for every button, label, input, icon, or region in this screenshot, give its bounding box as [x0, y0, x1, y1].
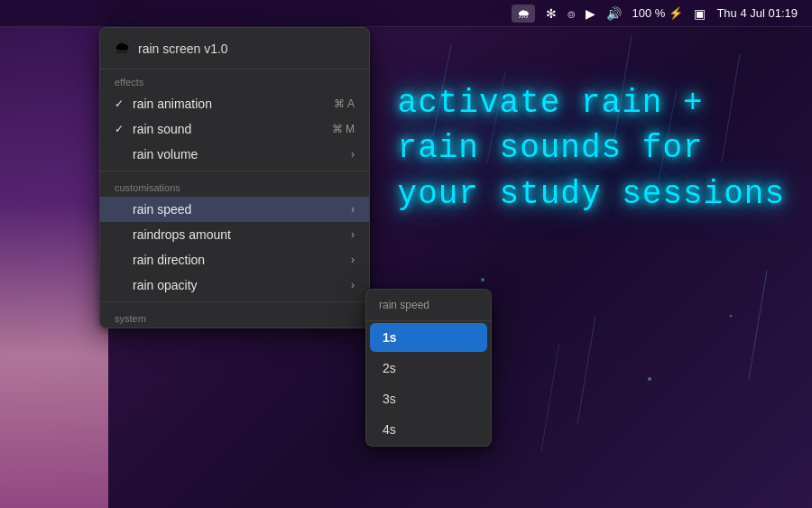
bluetooth-icon[interactable]: ✻: [546, 6, 557, 21]
datetime-display: Thu 4 Jul 01:19: [716, 6, 798, 20]
rain-direction-chevron: ›: [351, 254, 355, 266]
raindrops-amount-label: raindrops amount: [133, 227, 351, 242]
raindrops-amount-chevron: ›: [351, 228, 355, 241]
menubar: 🌧 ✻ ⌾ ▶ 🔊 100 % ⚡ ▣ Thu 4 Jul 01:19: [0, 0, 812, 27]
bg-left-panel: [0, 0, 108, 508]
rain-speed-chevron: ›: [351, 203, 355, 216]
menu-item-rain-sound[interactable]: ✓ rain sound ⌘ M: [100, 116, 369, 142]
battery-percent-label: 100 %: [632, 6, 666, 20]
submenu-option-1s[interactable]: 1s: [370, 323, 487, 352]
menu-item-rain-speed[interactable]: ✓ rain speed ›: [100, 197, 369, 222]
rain-sound-label: rain sound: [133, 122, 332, 136]
check-rain-sound: ✓: [115, 123, 125, 135]
menu-title: rain screen v1.0: [138, 42, 228, 56]
rain-speed-label: rain speed: [133, 202, 351, 217]
wifi-icon[interactable]: ⌾: [567, 6, 575, 21]
display-icon[interactable]: ▣: [694, 6, 706, 21]
rain-speed-submenu: rain speed 1s 2s 3s 4s: [365, 289, 492, 447]
section-label-customisations: customisations: [100, 175, 369, 197]
rain-volume-label: rain volume: [133, 147, 351, 162]
rain-opacity-chevron: ›: [351, 279, 355, 291]
submenu-header: rain speed: [366, 290, 491, 321]
battery-indicator: 100 % ⚡: [632, 6, 684, 20]
menu-divider-1: [100, 171, 369, 171]
menu-item-rain-direction[interactable]: ✓ rain direction ›: [100, 247, 369, 272]
menu-header: 🌧 rain screen v1.0: [100, 28, 369, 69]
rain-volume-chevron: ›: [351, 148, 355, 161]
rain-sound-shortcut: ⌘ M: [332, 123, 355, 135]
submenu-option-2s[interactable]: 2s: [370, 354, 487, 383]
rain-app-icon[interactable]: 🌧: [512, 5, 535, 23]
submenu-option-3s[interactable]: 3s: [370, 384, 487, 413]
menubar-right: 🌧 ✻ ⌾ ▶ 🔊 100 % ⚡ ▣ Thu 4 Jul 01:19: [512, 5, 798, 23]
rain-animation-shortcut: ⌘ A: [334, 97, 355, 110]
menu-item-rain-volume[interactable]: ✓ rain volume ›: [100, 142, 369, 167]
menu-app-icon: 🌧: [115, 39, 131, 58]
menu-divider-2: [100, 301, 369, 302]
volume-icon[interactable]: 🔊: [606, 6, 622, 21]
menu-item-rain-animation[interactable]: ✓ rain animation ⌘ A: [100, 91, 369, 116]
submenu-option-4s[interactable]: 4s: [370, 415, 487, 444]
section-label-system: system: [100, 306, 369, 328]
section-label-effects: effects: [100, 69, 369, 91]
neon-headline: activate rain + rain sounds for your stu…: [398, 81, 785, 217]
rain-opacity-label: rain opacity: [133, 278, 351, 292]
main-dropdown-menu: 🌧 rain screen v1.0 effects ✓ rain animat…: [99, 27, 370, 328]
rain-animation-label: rain animation: [133, 97, 334, 111]
battery-icon: ⚡: [669, 6, 683, 20]
check-rain-animation: ✓: [115, 97, 125, 110]
play-icon[interactable]: ▶: [586, 6, 595, 21]
menu-item-rain-opacity[interactable]: ✓ rain opacity ›: [100, 272, 369, 298]
menu-item-raindrops-amount[interactable]: ✓ raindrops amount ›: [100, 222, 369, 247]
rain-direction-label: rain direction: [133, 253, 351, 267]
